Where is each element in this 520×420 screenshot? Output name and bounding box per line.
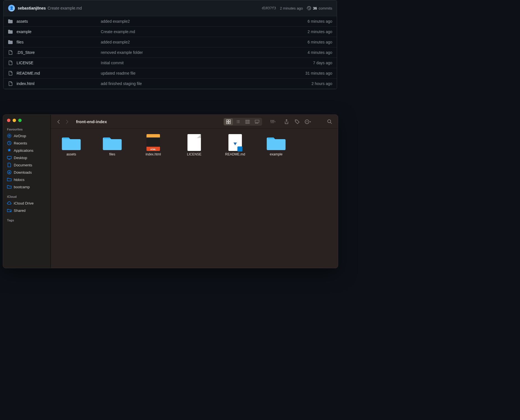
commit-message[interactable]: Create example.md [47,6,82,10]
sidebar-item-documents[interactable]: Documents [3,161,51,169]
svg-rect-9 [248,120,249,123]
sidebar-item-airdrop[interactable]: AirDrop [3,132,51,139]
finder-content: assets files HTML index.html LICENSE REA… [51,129,338,268]
gallery-view-button[interactable] [253,118,262,125]
forward-button[interactable] [63,118,71,125]
commit-meta: d1037f3 2 minutes ago 36 commits [262,6,332,10]
file-commit-message[interactable]: Initial commit [101,61,313,65]
minimize-button[interactable] [13,119,16,122]
finder-item-label: README.md [225,152,245,156]
favourites-heading: Favourites [3,126,51,132]
sidebar-item-applications[interactable]: Applications [3,147,51,154]
file-name[interactable]: README.md [17,71,101,75]
sidebar-item-bootcamp[interactable]: bootcamp [3,183,51,191]
finder-item[interactable]: HTML index.html [137,134,170,156]
svg-rect-13 [257,123,258,123]
tag-button[interactable] [293,118,301,125]
sidebar-item-desktop[interactable]: Desktop [3,154,51,161]
file-commit-message[interactable]: Create example.md [101,29,308,34]
file-name[interactable]: assets [17,19,101,24]
github-file-browser: 👤 sebastianj0nes Create example.md d1037… [3,0,337,89]
file-name[interactable]: index.html [17,81,101,86]
history-icon [307,6,311,10]
search-button[interactable] [326,118,334,125]
group-icon [270,120,276,124]
finder-item[interactable]: example [260,134,293,156]
file-row[interactable]: LICENSE Initial commit 7 days ago [4,58,337,68]
tag-icon [295,119,300,124]
latest-commit-bar: 👤 sebastianj0nes Create example.md d1037… [4,0,337,16]
sidebar-item-label: AirDrop [14,134,26,138]
share-button[interactable] [282,118,291,125]
sidebar-item-label: Desktop [14,156,27,160]
file-commit-message[interactable]: updated readme file [101,71,305,75]
svg-point-17 [307,121,307,122]
finder-toolbar: front-end-index [51,115,338,129]
sidebar-item-label: bootcamp [14,185,30,189]
back-button[interactable] [55,118,63,125]
finder-item[interactable]: assets [55,134,88,156]
file-commit-message[interactable]: added example2 [101,19,308,24]
finder-item-icon [102,134,122,151]
file-time: 6 minutes ago [308,19,332,24]
finder-item-label: assets [67,152,76,156]
finder-item-icon [266,134,286,151]
svg-point-14 [296,120,296,121]
svg-point-0 [9,135,10,136]
file-row[interactable]: index.html add finished staging file 2 h… [4,79,337,89]
file-row[interactable]: files added example2 6 minutes ago [4,37,337,47]
group-button[interactable] [269,118,277,125]
file-time: 2 hours ago [311,81,332,86]
chevron-left-icon [57,120,60,124]
commits-link[interactable]: 36 commits [307,6,332,10]
commit-author[interactable]: sebastianj0nes [18,6,46,10]
svg-rect-10 [255,120,259,122]
action-button[interactable] [304,118,312,125]
file-row[interactable]: README.md updated readme file 31 minutes… [4,68,337,79]
svg-point-19 [328,120,331,123]
file-row[interactable]: .DS_Store removed example folder 4 minut… [4,47,337,58]
sidebar-item-icloud-drive[interactable]: iCloud Drive [3,199,51,207]
finder-item-label: files [109,152,115,156]
author-avatar[interactable]: 👤 [8,5,15,12]
svg-point-18 [308,121,308,122]
sidebar-item-htdocs[interactable]: htdocs [3,176,51,183]
column-view-button[interactable] [243,118,252,125]
sidebar-item-downloads[interactable]: Downloads [3,169,51,176]
finder-item[interactable]: README.md [219,134,252,156]
file-row[interactable]: example Create example.md 2 minutes ago [4,27,337,37]
finder-item-label: index.html [146,152,161,156]
commit-time: 2 minutes ago [280,6,303,10]
file-name[interactable]: LICENSE [17,61,101,65]
view-mode-selector [223,118,262,126]
share-icon [284,119,289,124]
maximize-button[interactable] [18,119,22,122]
file-name[interactable]: example [17,29,101,34]
tags-heading: Tags [3,217,51,223]
file-commit-message[interactable]: add finished staging file [101,81,311,86]
icon-view-button[interactable] [224,118,233,125]
sidebar-item-recents[interactable]: Recents [3,139,51,147]
finder-item[interactable]: LICENSE [178,134,211,156]
file-name[interactable]: .DS_Store [17,50,101,55]
sidebar-item-label: Downloads [14,170,32,175]
file-commit-message[interactable]: removed example folder [101,50,308,55]
sidebar-item-label: Documents [14,163,32,167]
finder-item-icon [184,134,204,151]
commit-hash[interactable]: d1037f3 [262,6,276,10]
file-time: 6 minutes ago [308,40,332,44]
sidebar-item-label: Shared [14,208,26,213]
close-button[interactable] [7,119,10,122]
sidebar-item-shared[interactable]: Shared [3,207,51,214]
icloud-heading: iCloud [3,193,51,199]
file-time: 7 days ago [313,61,333,65]
list-view-button[interactable] [233,118,242,125]
finder-item[interactable]: files [96,134,129,156]
finder-window: Favourites AirDropRecentsApplicationsDes… [3,114,338,268]
sidebar-item-label: iCloud Drive [14,201,34,205]
list-icon [236,120,240,124]
file-row[interactable]: assets added example2 6 minutes ago [4,16,337,27]
file-name[interactable]: files [17,40,101,44]
finder-item-icon: HTML [143,134,163,151]
file-commit-message[interactable]: added example2 [101,40,308,44]
